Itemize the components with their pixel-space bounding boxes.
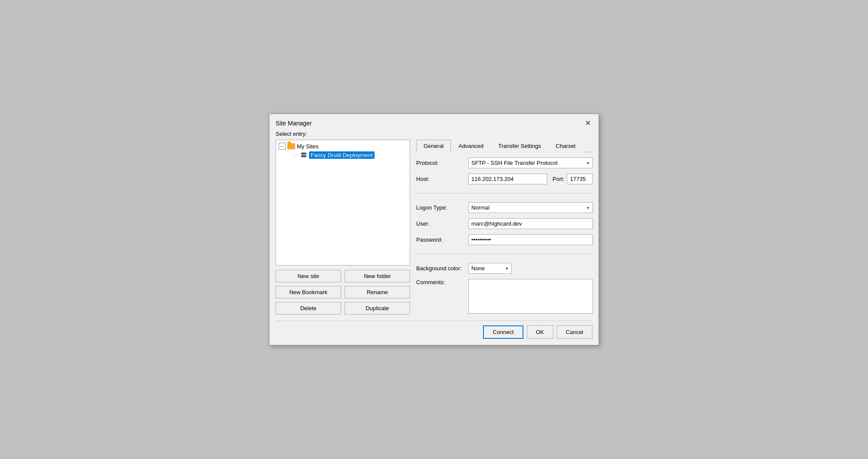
port-input[interactable] xyxy=(567,174,593,184)
site-manager-dialog: Site Manager ✕ Select entry: − My Sites … xyxy=(269,114,599,345)
svg-point-3 xyxy=(305,156,306,157)
tabs: General Advanced Transfer Settings Chars… xyxy=(416,140,593,152)
delete-button[interactable]: Delete xyxy=(276,302,341,315)
port-label: Port: xyxy=(552,176,564,182)
bg-color-label: Background color: xyxy=(416,265,468,272)
bg-color-select-wrapper: None Red Green Blue Yellow Orange Cyan W… xyxy=(468,263,512,274)
user-label: User: xyxy=(416,220,468,227)
logon-type-label: Logon Type: xyxy=(416,204,468,211)
new-site-button[interactable]: New site xyxy=(276,270,341,282)
separator-1 xyxy=(416,193,593,193)
bg-color-row: Background color: None Red Green Blue Ye… xyxy=(416,263,593,274)
tab-charset[interactable]: Charset xyxy=(549,140,583,152)
tab-transfer-settings[interactable]: Transfer Settings xyxy=(491,140,549,152)
logon-type-select-wrapper: Anonymous Normal Ask for password Intera… xyxy=(468,202,593,213)
tab-advanced[interactable]: Advanced xyxy=(451,140,491,152)
right-panel: General Advanced Transfer Settings Chars… xyxy=(416,140,593,315)
dialog-content: Select entry: − My Sites ··· xyxy=(270,131,598,345)
bg-color-select[interactable]: None Red Green Blue Yellow Orange Cyan W… xyxy=(468,263,512,274)
main-area: − My Sites ··· xyxy=(276,140,592,315)
user-input[interactable] xyxy=(468,218,593,229)
tab-general[interactable]: General xyxy=(416,140,451,152)
tree-root-label: My Sites xyxy=(297,143,319,150)
logon-type-row: Logon Type: Anonymous Normal Ask for pas… xyxy=(416,202,593,213)
folder-icon xyxy=(287,143,295,149)
close-button[interactable]: ✕ xyxy=(583,118,592,128)
tree-connector-line: ··· xyxy=(293,152,299,158)
comments-textarea[interactable] xyxy=(468,279,593,314)
title-bar: Site Manager ✕ xyxy=(270,114,598,131)
separator-2 xyxy=(416,254,593,254)
tree-child-label[interactable]: Fancy Druid Deployment xyxy=(309,151,375,159)
comments-label: Comments: xyxy=(416,279,468,285)
logon-type-select[interactable]: Anonymous Normal Ask for password Intera… xyxy=(468,202,593,213)
protocol-select-wrapper: SFTP - SSH File Transfer Protocol FTP - … xyxy=(468,157,593,168)
new-bookmark-button[interactable]: New Bookmark xyxy=(276,286,341,298)
protocol-label: Protocol: xyxy=(416,160,468,166)
server-icon xyxy=(300,152,307,159)
connect-button[interactable]: Connect xyxy=(483,325,523,339)
host-input[interactable] xyxy=(468,174,547,184)
host-label: Host: xyxy=(416,176,468,182)
site-tree: − My Sites ··· xyxy=(276,140,410,266)
select-entry-label: Select entry: xyxy=(276,131,592,137)
duplicate-button[interactable]: Duplicate xyxy=(345,302,410,315)
password-row: Password: xyxy=(416,234,593,245)
svg-point-2 xyxy=(305,153,306,154)
new-folder-button[interactable]: New folder xyxy=(345,270,410,282)
host-port-row: Host: Port: xyxy=(416,174,593,184)
protocol-row: Protocol: SFTP - SSH File Transfer Proto… xyxy=(416,157,593,168)
tree-child-row: ··· Fancy Druid Deployment xyxy=(278,151,408,160)
rename-button[interactable]: Rename xyxy=(345,286,410,298)
left-panel: − My Sites ··· xyxy=(276,140,410,315)
left-buttons: New site New folder New Bookmark Rename … xyxy=(276,270,410,315)
protocol-select[interactable]: SFTP - SSH File Transfer Protocol FTP - … xyxy=(468,157,593,168)
bottom-buttons: Connect OK Cancel xyxy=(276,321,592,339)
cancel-button[interactable]: Cancel xyxy=(557,325,592,339)
comments-row: Comments: xyxy=(416,279,593,314)
dialog-title: Site Manager xyxy=(276,120,312,127)
general-form: Protocol: SFTP - SSH File Transfer Proto… xyxy=(416,157,593,314)
password-label: Password: xyxy=(416,236,468,243)
password-input[interactable] xyxy=(468,234,593,245)
tree-toggle[interactable]: − xyxy=(279,143,286,150)
ok-button[interactable]: OK xyxy=(527,325,553,339)
user-row: User: xyxy=(416,218,593,229)
tree-root-item[interactable]: − My Sites xyxy=(278,142,408,151)
